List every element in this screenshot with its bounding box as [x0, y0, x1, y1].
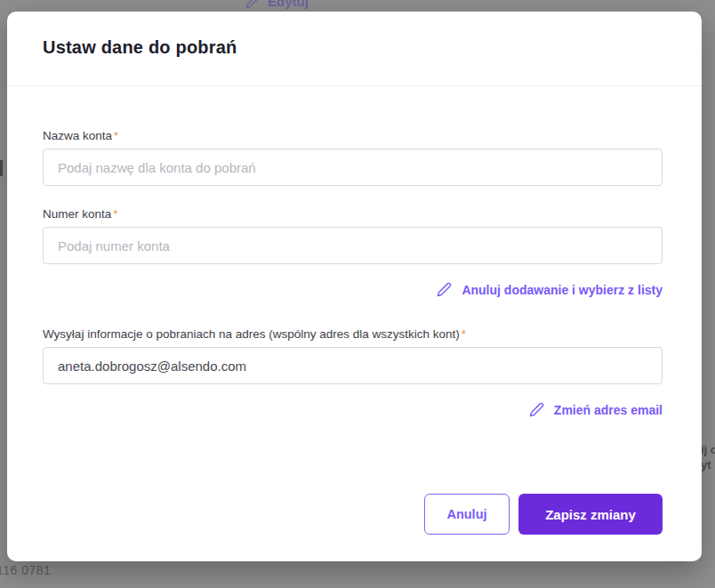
screen: Edytuj 116 0781 ij c yt Ustaw dane do po…: [0, 0, 715, 588]
modal-body: Nazwa konta* Numer konta* Anuluj dodawan…: [7, 86, 702, 535]
background-account-number-fragment: 116 0781: [0, 563, 51, 577]
background-right-line-2: yt: [701, 457, 715, 472]
account-name-input[interactable]: [43, 149, 663, 186]
cancel-add-link-row: Anuluj dodawanie i wybierz z listy: [43, 282, 663, 297]
change-email-link[interactable]: Zmień adres email: [529, 402, 663, 417]
cancel-add-link-label: Anuluj dodawanie i wybierz z listy: [462, 283, 663, 297]
change-email-link-row: Zmień adres email: [43, 402, 663, 417]
email-label-text: Wysyłaj informacje o pobraniach na adres…: [43, 327, 460, 341]
account-number-input[interactable]: [43, 227, 663, 264]
account-number-label: Numer konta*: [43, 207, 663, 221]
required-asterisk: *: [462, 327, 466, 341]
email-field: Wysyłaj informacje o pobraniach na adres…: [43, 327, 663, 384]
email-input[interactable]: [43, 347, 663, 384]
download-settings-modal: Ustaw dane do pobrań Nazwa konta* Numer …: [7, 12, 702, 561]
required-asterisk: *: [113, 207, 117, 221]
account-name-field: Nazwa konta*: [43, 129, 663, 186]
required-asterisk: *: [114, 129, 118, 142]
change-email-link-label: Zmień adres email: [554, 403, 663, 417]
pencil-icon: [529, 402, 544, 417]
background-left-text-fragment: [0, 160, 3, 176]
account-name-label: Nazwa konta*: [43, 129, 663, 142]
pencil-icon: [437, 282, 452, 297]
background-right-line-1: ij c: [701, 442, 715, 457]
save-button[interactable]: Zapisz zmiany: [518, 494, 663, 535]
cancel-button[interactable]: Anuluj: [424, 494, 510, 535]
account-name-label-text: Nazwa konta: [43, 129, 112, 142]
account-number-label-text: Numer konta: [43, 207, 111, 221]
email-label: Wysyłaj informacje o pobraniach na adres…: [43, 327, 663, 341]
account-number-field: Numer konta*: [43, 207, 663, 264]
modal-title: Ustaw dane do pobrań: [43, 37, 666, 58]
background-right-text-fragment: ij c yt: [701, 442, 715, 472]
pencil-icon: [245, 0, 260, 9]
background-edit-link: Edytuj: [245, 0, 309, 9]
background-edit-link-label: Edytuj: [268, 0, 309, 9]
modal-header: Ustaw dane do pobrań: [7, 12, 702, 58]
modal-footer: Anuluj Zapisz zmiany: [43, 494, 663, 535]
cancel-add-link[interactable]: Anuluj dodawanie i wybierz z listy: [437, 282, 663, 297]
